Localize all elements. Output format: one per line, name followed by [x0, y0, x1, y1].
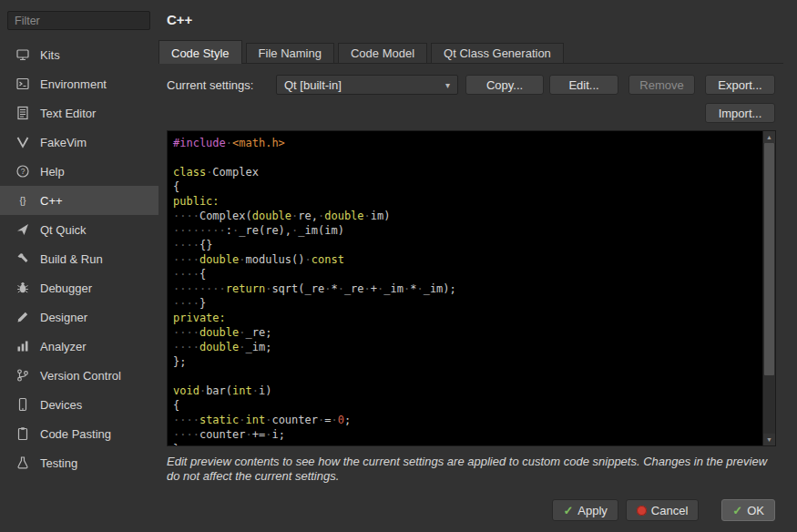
- sidebar-item-text-editor[interactable]: Text Editor: [0, 98, 158, 128]
- code-line: [173, 150, 762, 165]
- tab-code-style[interactable]: Code Style: [158, 40, 242, 64]
- edit-button[interactable]: Edit...: [549, 75, 618, 95]
- sidebar-item-label: Debugger: [40, 281, 92, 295]
- sidebar-item-label: Analyzer: [40, 340, 87, 353]
- sidebar-item-build-run[interactable]: Build & Run: [0, 244, 158, 273]
- main-panel: C++ Code StyleFile NamingCode ModelQt Cl…: [158, 0, 797, 532]
- qt-quick-icon: [15, 222, 30, 237]
- settings-row: Current settings: Qt [built-in] ▾ Copy..…: [167, 75, 776, 95]
- current-settings-dropdown[interactable]: Qt [built-in] ▾: [276, 75, 458, 95]
- tab-file-naming[interactable]: File Naming: [246, 43, 334, 63]
- help-icon: ?: [15, 164, 30, 179]
- sidebar-item-version-control[interactable]: Version Control: [0, 361, 158, 390]
- dropdown-value: Qt [built-in]: [284, 78, 342, 92]
- code-line: public:: [173, 194, 762, 209]
- check-icon: ✓: [563, 505, 573, 517]
- code-line: ····counter·+=·i;: [173, 427, 762, 442]
- ok-button-label: OK: [747, 504, 764, 517]
- sidebar-item-label: Kits: [40, 48, 60, 62]
- sidebar-item-label: Build & Run: [40, 252, 103, 266]
- page-title: C++: [167, 12, 192, 27]
- cancel-button-label: Cancel: [651, 504, 688, 517]
- filter-input[interactable]: [7, 11, 150, 30]
- export-button[interactable]: Export...: [705, 75, 775, 95]
- scroll-down-icon[interactable]: ▼: [763, 434, 775, 445]
- code-line: ····double·modulus()·const: [173, 252, 762, 267]
- copy-button[interactable]: Copy...: [465, 75, 544, 95]
- code-line: }: [173, 442, 762, 445]
- code-line: ········:·_re(re),·_im(im): [173, 223, 762, 238]
- ok-button[interactable]: ✓ OK: [721, 499, 775, 521]
- sidebar-item-designer[interactable]: Designer: [0, 302, 158, 332]
- sidebar-item-label: Environment: [40, 77, 107, 91]
- sidebar-item-c[interactable]: {}C++: [0, 186, 158, 215]
- svg-text:?: ?: [21, 167, 26, 176]
- import-button[interactable]: Import...: [705, 103, 775, 123]
- scroll-up-icon[interactable]: ▲: [763, 131, 775, 143]
- sidebar-item-label: Designer: [40, 311, 87, 324]
- footer-buttons: ✓ Apply Cancel ✓ OK: [552, 499, 775, 521]
- designer-icon: [15, 310, 30, 324]
- version-control-icon: [15, 368, 30, 383]
- code-line: };: [173, 354, 762, 369]
- code-line: {: [173, 179, 762, 194]
- tab-qt-class-generation[interactable]: Qt Class Generation: [431, 43, 564, 63]
- code-line: ····{}: [173, 238, 762, 252]
- code-line: void·bar(int·i): [173, 384, 762, 398]
- sidebar-item-label: Help: [40, 165, 65, 179]
- code-line: ····}: [173, 296, 762, 311]
- kits-icon: [15, 47, 30, 62]
- sidebar-item-label: FakeVim: [40, 136, 87, 149]
- check-icon: ✓: [732, 505, 742, 517]
- code-line: ········return·sqrt(_re·*·_re·+·_im·*·_i…: [173, 281, 762, 296]
- sidebar-item-label: Text Editor: [40, 107, 96, 120]
- code-line: ····{: [173, 267, 762, 281]
- tab-code-model[interactable]: Code Model: [338, 43, 427, 63]
- cpp-icon: {}: [15, 193, 30, 208]
- code-line: #include·<math.h>: [173, 136, 762, 150]
- apply-button-label: Apply: [577, 504, 608, 517]
- build-run-icon: [15, 251, 30, 266]
- cancel-icon: [637, 506, 647, 516]
- svg-text:{}: {}: [19, 195, 26, 206]
- cancel-button[interactable]: Cancel: [626, 499, 699, 521]
- preview-note: Edit preview contents to see how the cur…: [167, 455, 768, 484]
- code-line: class·Complex: [173, 165, 762, 179]
- code-line: ····Complex(double·re,·double·im): [173, 209, 762, 223]
- vertical-scrollbar[interactable]: ▲ ▼: [762, 131, 775, 445]
- text-editor-icon: [15, 106, 30, 120]
- sidebar-item-testing[interactable]: Testing: [0, 448, 158, 477]
- sidebar-item-label: C++: [40, 194, 63, 208]
- devices-icon: [15, 397, 30, 412]
- chevron-down-icon: ▾: [445, 80, 450, 90]
- tab-bar: Code StyleFile NamingCode ModelQt Class …: [158, 41, 783, 64]
- sidebar-item-kits[interactable]: Kits: [0, 40, 158, 69]
- apply-button[interactable]: ✓ Apply: [552, 499, 618, 521]
- testing-icon: [15, 455, 30, 470]
- current-settings-label: Current settings:: [167, 78, 253, 92]
- analyzer-icon: [15, 339, 30, 353]
- sidebar-list: KitsEnvironmentText EditorFakeVim?Help{}…: [0, 40, 158, 477]
- sidebar-item-label: Qt Quick: [40, 223, 87, 237]
- sidebar-item-environment[interactable]: Environment: [0, 69, 158, 98]
- code-line: {: [173, 398, 762, 413]
- sidebar-item-devices[interactable]: Devices: [0, 390, 158, 419]
- code-line: ····static·int·counter·=·0;: [173, 413, 762, 427]
- scrollbar-handle[interactable]: [764, 143, 774, 375]
- code-line: ····double·_im;: [173, 340, 762, 354]
- code-preview-content[interactable]: #include·<math.h> class·Complex{public:·…: [168, 131, 762, 445]
- code-preview[interactable]: #include·<math.h> class·Complex{public:·…: [167, 130, 776, 446]
- sidebar-item-qt-quick[interactable]: Qt Quick: [0, 215, 158, 244]
- debugger-icon: [15, 281, 30, 295]
- sidebar-item-help[interactable]: ?Help: [0, 157, 158, 186]
- code-pasting-icon: [15, 426, 30, 441]
- sidebar-item-debugger[interactable]: Debugger: [0, 273, 158, 302]
- code-line: ····double·_re;: [173, 325, 762, 340]
- sidebar-item-analyzer[interactable]: Analyzer: [0, 332, 158, 361]
- sidebar-item-fakevim[interactable]: FakeVim: [0, 128, 158, 157]
- sidebar-item-label: Testing: [40, 456, 77, 470]
- sidebar-item-label: Version Control: [40, 369, 121, 383]
- remove-button: Remove: [628, 75, 695, 95]
- sidebar-item-code-pasting[interactable]: Code Pasting: [0, 419, 158, 448]
- code-line: [173, 369, 762, 384]
